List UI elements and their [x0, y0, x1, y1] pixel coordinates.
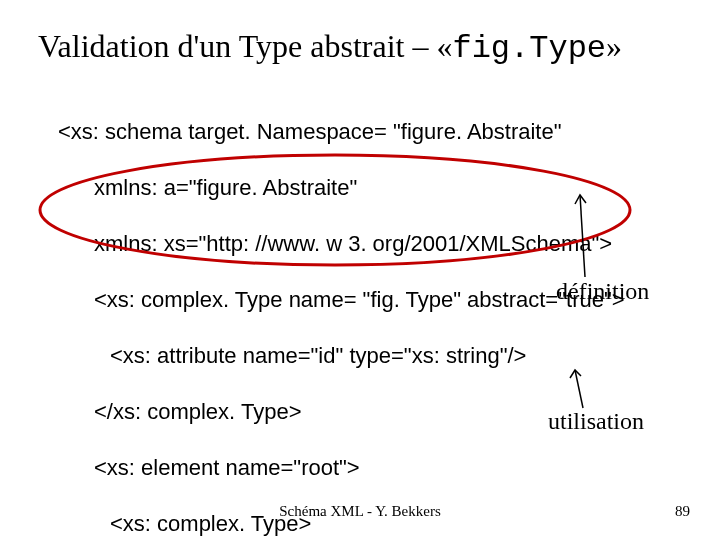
code-line: <xs: schema target. Namespace= "figure. …	[58, 118, 625, 146]
code-block: <xs: schema target. Namespace= "figure. …	[58, 90, 625, 540]
code-line: </xs: complex. Type>	[58, 398, 625, 426]
annotation-definition: définition	[556, 278, 649, 305]
code-line: xmlns: xs="http: //www. w 3. org/2001/XM…	[58, 230, 625, 258]
annotation-utilisation: utilisation	[548, 408, 644, 435]
code-line: <xs: complex. Type name= "fig. Type" abs…	[58, 286, 625, 314]
title-prefix: Validation d'un Type abstrait – «	[38, 28, 452, 64]
title-suffix: »	[606, 28, 622, 64]
code-line: xmlns: a="figure. Abstraite"	[58, 174, 625, 202]
code-line: <xs: attribute name="id" type="xs: strin…	[58, 342, 625, 370]
title-mono: fig.Type	[452, 30, 606, 67]
footer-author: Schéma XML - Y. Bekkers	[279, 503, 441, 520]
code-line: <xs: element name="root">	[58, 454, 625, 482]
slide-title: Validation d'un Type abstrait – «fig.Typ…	[38, 28, 622, 67]
page-number: 89	[675, 503, 690, 520]
